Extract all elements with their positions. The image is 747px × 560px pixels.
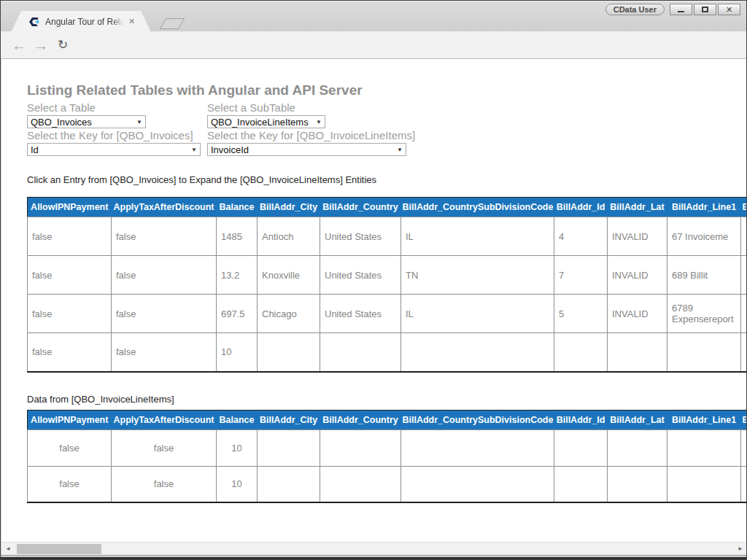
cell: 1485: [217, 217, 258, 256]
cell: IL: [401, 295, 554, 333]
back-icon[interactable]: ←: [9, 36, 28, 55]
cell: false: [112, 429, 217, 466]
invoices-table-container: AllowIPNPaymentApplyTaxAfterDiscountBala…: [27, 197, 747, 373]
chevron-down-icon: ▼: [394, 147, 406, 153]
browser-toolbar: ← → ↻ i localhost:3000/dashboard ☆ ⋮: [1, 31, 746, 59]
cell: Knoxville: [258, 256, 320, 295]
subtable-select[interactable]: QBO_InvoiceLineItems▼: [207, 115, 325, 128]
scrollbar-thumb[interactable]: [17, 544, 101, 554]
invoices-table-caption: Click an Entry from [QBO_Invoices] to Ex…: [27, 174, 747, 185]
cell: [741, 333, 747, 372]
column-header: BillAddr_Lat: [608, 410, 667, 429]
invoice-row[interactable]: falsefalse10: [28, 333, 747, 372]
cell: [667, 429, 741, 466]
page-content: Listing Related Tables with Angular and …: [1, 59, 747, 543]
cell: INVALID: [608, 256, 667, 295]
cell: INVALID: [608, 295, 667, 333]
horizontal-scrollbar[interactable]: ◄ ►: [1, 542, 747, 555]
subtable-key-label: Select the Key for [QBO_InvoiceLineItems…: [207, 129, 747, 142]
reload-icon[interactable]: ↻: [53, 36, 72, 55]
column-header: BillAddr_CountrySubDivisionCode: [401, 198, 554, 217]
cell: 4: [554, 217, 608, 256]
cell: United States: [320, 295, 401, 333]
tab-title-fade: [112, 17, 124, 27]
cell: [554, 333, 608, 372]
forward-icon[interactable]: →: [31, 36, 50, 55]
cell: false: [112, 466, 217, 502]
chevron-down-icon: ▼: [133, 119, 145, 125]
cell: [741, 429, 747, 466]
cell: [320, 333, 401, 372]
cell: 6789 Expensereport: [667, 295, 741, 333]
table-select-value: QBO_Invoices: [31, 117, 92, 128]
cell: [320, 466, 401, 502]
scroll-left-icon[interactable]: ◄: [5, 545, 11, 552]
cell: false: [112, 295, 217, 333]
column-header: BillAddr_City: [258, 198, 320, 217]
close-icon: ✕: [726, 6, 732, 14]
cell: [320, 429, 401, 466]
minimize-button[interactable]: [670, 4, 692, 15]
cell: false: [28, 333, 112, 372]
cell: [258, 333, 320, 372]
table-select-label: Select a Table: [27, 101, 207, 114]
line-items-table-container: AllowIPNPaymentApplyTaxAfterDiscountBala…: [27, 410, 747, 504]
column-header: BillAddr_Line1: [667, 410, 741, 429]
cell: false: [112, 256, 217, 295]
tab-title: Angular Tour of Related T: [45, 17, 124, 27]
cell: [554, 466, 608, 502]
subtable-select-value: QBO_InvoiceLineItems: [211, 117, 309, 128]
page-title: Listing Related Tables with Angular and …: [27, 82, 747, 98]
tab-close-icon[interactable]: ✕: [128, 18, 135, 26]
cell: IL: [401, 217, 554, 256]
invoice-row[interactable]: falsefalse13.2KnoxvilleUnited StatesTN7I…: [28, 256, 747, 295]
restore-icon: [702, 7, 708, 12]
column-header: BillAddr_Country: [320, 410, 401, 429]
invoice-row[interactable]: falsefalse697.5ChicagoUnited StatesIL5IN…: [28, 295, 747, 333]
window-controls: ✕: [670, 4, 740, 15]
column-header: BillAddr_CountrySubDivisionCode: [401, 410, 554, 429]
new-tab-button[interactable]: [160, 18, 185, 29]
table-select[interactable]: QBO_Invoices▼: [27, 115, 146, 128]
line-item-row: falsefalse10: [28, 429, 747, 466]
cell: [608, 333, 667, 372]
column-header: Balance: [217, 410, 258, 429]
cell: 67 Invoiceme: [667, 217, 741, 256]
cell: [608, 429, 667, 466]
browser-window: { "window": { "user_badge": "CData User"…: [0, 0, 747, 560]
cell: TN: [401, 256, 554, 295]
cell: [258, 429, 320, 466]
column-header: ApplyTaxAfterDiscount: [112, 198, 217, 217]
cell: [667, 466, 741, 502]
cell: 5: [554, 295, 608, 333]
cell: 13.2: [217, 256, 258, 295]
subtable-select-label: Select a SubTable: [207, 101, 747, 114]
cell: false: [28, 256, 112, 295]
invoice-row[interactable]: falsefalse1485AntiochUnited StatesIL4INV…: [28, 217, 747, 256]
cell: [667, 333, 741, 372]
table-key-select[interactable]: Id▼: [27, 143, 201, 156]
subtable-key-select[interactable]: InvoiceId▼: [207, 143, 406, 156]
header-row: AllowIPNPaymentApplyTaxAfterDiscountBala…: [28, 410, 747, 429]
scroll-right-icon[interactable]: ►: [738, 545, 743, 552]
browser-tab[interactable]: Angular Tour of Related T ✕: [11, 11, 151, 32]
table-key-label: Select the Key for [QBO_Invoices]: [27, 129, 207, 142]
close-button[interactable]: ✕: [718, 4, 740, 15]
column-header: BillAddr_Line2: [741, 410, 747, 429]
cell: United States: [320, 256, 401, 295]
chevron-down-icon: ▼: [313, 119, 325, 125]
chevron-down-icon: ▼: [188, 147, 200, 153]
cell: 10: [217, 333, 258, 372]
column-header: BillAddr_Line2: [741, 198, 747, 217]
cell: [741, 256, 747, 295]
cell: [258, 466, 320, 502]
table-key-select-value: Id: [31, 144, 39, 155]
cell: 10: [217, 429, 258, 466]
window-bottom-frame: [1, 555, 746, 559]
profile-badge[interactable]: CData User: [605, 4, 665, 15]
cell: false: [112, 217, 217, 256]
restore-button[interactable]: [694, 4, 716, 15]
line-items-table: AllowIPNPaymentApplyTaxAfterDiscountBala…: [27, 410, 747, 504]
subtable-key-select-value: InvoiceId: [211, 144, 249, 155]
line-item-row: falsefalse10: [28, 466, 747, 502]
